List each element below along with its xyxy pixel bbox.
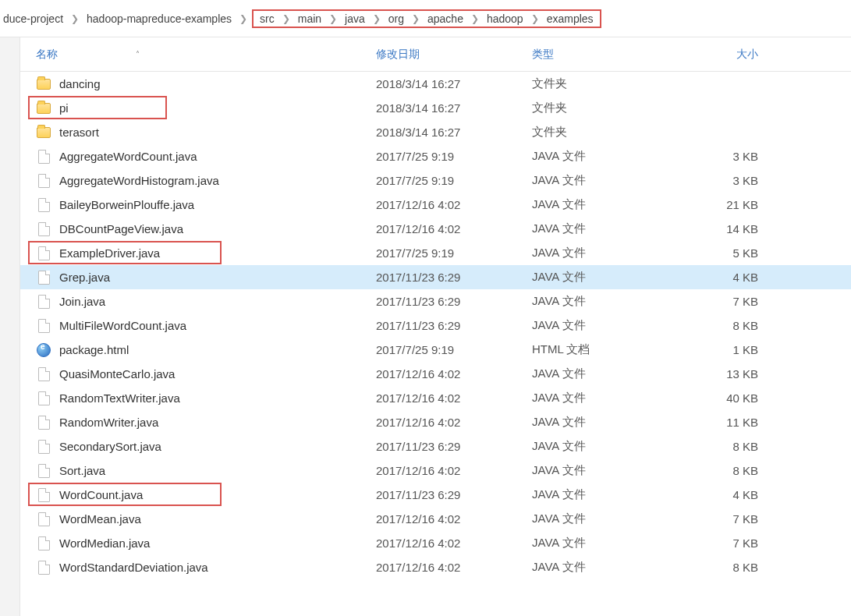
file-name-cell[interactable]: BaileyBorweinPlouffe.java [20, 197, 371, 213]
file-name-label: DBCountPageView.java [59, 222, 183, 235]
file-size-cell: 8 KB [683, 319, 777, 332]
file-date-cell: 2017/7/25 9:19 [371, 246, 527, 260]
file-name-cell[interactable]: dancing [20, 76, 371, 92]
file-name-cell[interactable]: Sort.java [20, 463, 371, 479]
file-name-label: QuasiMonteCarlo.java [59, 367, 175, 381]
file-icon [36, 173, 51, 189]
file-date-cell: 2017/12/16 4:02 [371, 512, 527, 526]
file-name-label: AggregateWordHistogram.java [59, 174, 219, 187]
file-date-cell: 2017/12/16 4:02 [371, 536, 527, 550]
file-date-cell: 2017/7/25 9:19 [371, 343, 527, 356]
column-size[interactable]: 大小 [683, 48, 777, 62]
file-date-cell: 2017/11/23 6:29 [371, 271, 527, 284]
file-icon [36, 318, 51, 334]
file-date-cell: 2017/7/25 9:19 [371, 174, 527, 187]
file-icon [36, 149, 51, 165]
file-type-cell: JAVA 文件 [527, 391, 683, 405]
crumb-examples[interactable]: examples [544, 12, 597, 25]
file-name-cell[interactable]: QuasiMonteCarlo.java [20, 366, 371, 382]
file-icon [36, 366, 51, 382]
file-row[interactable]: dancing2018/3/14 16:27文件夹 [20, 72, 851, 96]
file-icon [36, 487, 51, 503]
file-row[interactable]: WordStandardDeviation.java2017/12/16 4:0… [20, 555, 851, 579]
file-name-cell[interactable]: Join.java [20, 294, 371, 310]
file-row[interactable]: AggregateWordCount.java2017/7/25 9:19JAV… [20, 144, 851, 168]
column-name[interactable]: 名称 ˄ [20, 48, 371, 62]
file-name-cell[interactable]: Grep.java [20, 270, 371, 285]
file-name-label: dancing [59, 77, 101, 90]
file-name-cell[interactable]: terasort [20, 125, 371, 140]
folder-icon [36, 125, 51, 140]
file-size-cell: 3 KB [683, 174, 777, 187]
file-row[interactable]: BaileyBorweinPlouffe.java2017/12/16 4:02… [20, 193, 851, 217]
file-row[interactable]: pi2018/3/14 16:27文件夹 [20, 96, 851, 120]
file-row[interactable]: WordMedian.java2017/12/16 4:02JAVA 文件7 K… [20, 531, 851, 555]
columns-header: 名称 ˄ 修改日期 类型 大小 [20, 37, 851, 72]
breadcrumb[interactable]: duce-project ❯ hadoop-mapreduce-examples… [0, 0, 851, 37]
file-row[interactable]: RandomWriter.java2017/12/16 4:02JAVA 文件1… [20, 410, 851, 434]
crumb-hadoop-examples[interactable]: hadoop-mapreduce-examples [83, 12, 235, 25]
file-name-cell[interactable]: WordMean.java [20, 512, 371, 527]
file-row[interactable]: RandomTextWriter.java2017/12/16 4:02JAVA… [20, 386, 851, 410]
file-name-label: SecondarySort.java [59, 440, 161, 453]
file-name-cell[interactable]: package.html [20, 342, 371, 358]
crumb-apache[interactable]: apache [424, 12, 466, 25]
file-icon [36, 439, 51, 455]
file-icon [36, 463, 51, 479]
file-row[interactable]: package.html2017/7/25 9:19HTML 文档1 KB [20, 338, 851, 362]
file-name-cell[interactable]: DBCountPageView.java [20, 221, 371, 237]
file-date-cell: 2017/12/16 4:02 [371, 416, 527, 429]
column-date[interactable]: 修改日期 [371, 48, 527, 62]
chevron-right-icon: ❯ [66, 13, 83, 24]
file-row[interactable]: MultiFileWordCount.java2017/11/23 6:29JA… [20, 313, 851, 338]
file-name-cell[interactable]: RandomTextWriter.java [20, 391, 371, 406]
chevron-right-icon: ❯ [368, 13, 385, 24]
crumb-main[interactable]: main [295, 12, 324, 25]
file-type-cell: JAVA 文件 [527, 246, 683, 260]
file-date-cell: 2017/12/16 4:02 [371, 561, 527, 574]
file-name-label: Join.java [59, 295, 105, 308]
crumb-duce-project[interactable]: duce-project [0, 12, 66, 25]
file-icon [36, 197, 51, 213]
column-name-label: 名称 [36, 48, 58, 62]
file-size-cell: 5 KB [683, 246, 777, 260]
file-icon [36, 246, 51, 261]
crumb-org[interactable]: org [385, 12, 407, 25]
crumb-src[interactable]: src [257, 12, 278, 25]
file-name-cell[interactable]: MultiFileWordCount.java [20, 318, 371, 334]
file-name-cell[interactable]: RandomWriter.java [20, 415, 371, 430]
file-size-cell: 7 KB [683, 295, 777, 308]
file-name-cell[interactable]: AggregateWordCount.java [20, 149, 371, 165]
file-row[interactable]: AggregateWordHistogram.java2017/7/25 9:1… [20, 168, 851, 193]
file-name-label: WordMean.java [59, 512, 141, 526]
file-row[interactable]: SecondarySort.java2017/11/23 6:29JAVA 文件… [20, 434, 851, 458]
file-type-cell: JAVA 文件 [527, 221, 683, 236]
file-name-cell[interactable]: WordCount.java [20, 487, 371, 503]
file-name-cell[interactable]: WordMedian.java [20, 536, 371, 551]
file-type-cell: JAVA 文件 [527, 439, 683, 454]
file-icon [36, 270, 51, 285]
file-row[interactable]: Sort.java2017/12/16 4:02JAVA 文件8 KB [20, 458, 851, 483]
file-row[interactable]: DBCountPageView.java2017/12/16 4:02JAVA … [20, 217, 851, 241]
column-type[interactable]: 类型 [527, 48, 683, 62]
file-name-cell[interactable]: SecondarySort.java [20, 439, 371, 455]
file-row[interactable]: WordMean.java2017/12/16 4:02JAVA 文件7 KB [20, 507, 851, 531]
file-row[interactable]: ExampleDriver.java2017/7/25 9:19JAVA 文件5… [20, 241, 851, 265]
crumb-java[interactable]: java [342, 12, 368, 25]
file-date-cell: 2018/3/14 16:27 [371, 126, 527, 139]
file-size-cell: 21 KB [683, 198, 777, 211]
file-row[interactable]: QuasiMonteCarlo.java2017/12/16 4:02JAVA … [20, 362, 851, 386]
crumb-hadoop[interactable]: hadoop [484, 12, 527, 25]
file-name-label: WordCount.java [59, 488, 143, 501]
file-type-cell: JAVA 文件 [527, 173, 683, 188]
file-type-cell: JAVA 文件 [527, 415, 683, 430]
file-name-cell[interactable]: AggregateWordHistogram.java [20, 173, 371, 189]
file-row[interactable]: Grep.java2017/11/23 6:29JAVA 文件4 KB [20, 265, 851, 289]
file-name-cell[interactable]: WordStandardDeviation.java [20, 560, 371, 575]
file-row[interactable]: Join.java2017/11/23 6:29JAVA 文件7 KB [20, 289, 851, 313]
file-name-cell[interactable]: ExampleDriver.java [20, 246, 371, 261]
breadcrumb-highlight-box: src ❯ main ❯ java ❯ org ❯ apache ❯ hadoo… [252, 9, 601, 28]
file-name-cell[interactable]: pi [20, 101, 371, 116]
file-row[interactable]: WordCount.java2017/11/23 6:29JAVA 文件4 KB [20, 483, 851, 507]
file-row[interactable]: terasort2018/3/14 16:27文件夹 [20, 120, 851, 144]
